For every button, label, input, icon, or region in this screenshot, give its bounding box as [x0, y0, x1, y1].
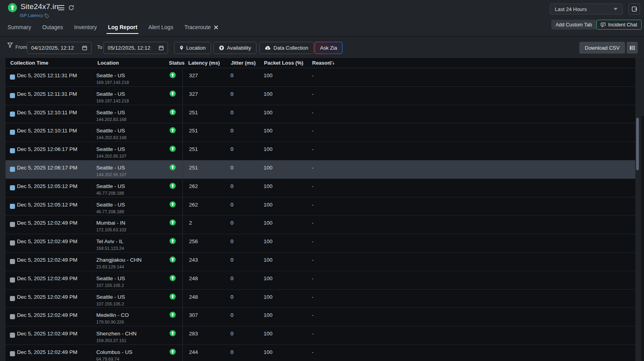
table-row[interactable]: Dec 5, 2025 12:10:11 PM Seattle - US 144… — [6, 105, 635, 124]
status-up-icon — [169, 72, 182, 78]
monitor-type-link[interactable]: ISP Latency — [20, 13, 43, 18]
location-name: Tel Aviv - IL — [96, 238, 169, 245]
latency-value: 251 — [182, 105, 229, 123]
tab-traceroute[interactable]: Traceroute — [184, 24, 218, 30]
reason-value: - — [310, 308, 635, 326]
tab-outages[interactable]: Outages — [42, 24, 63, 30]
location-name: Seattle - US — [96, 91, 169, 97]
status-up-icon — [169, 256, 182, 263]
row-checkbox[interactable] — [10, 74, 15, 80]
row-checkbox[interactable] — [10, 314, 15, 319]
reason-value: - — [310, 345, 635, 361]
reason-sort-filter-icon[interactable] — [329, 61, 335, 65]
download-csv-button[interactable]: Download CSV — [579, 42, 625, 54]
ask-zia-button[interactable]: Ask Zia — [315, 42, 343, 54]
availability-filter-label: Availability — [227, 45, 251, 51]
table-row[interactable]: Dec 5, 2025 12:02:49 PM Zhangjiakou - CH… — [6, 253, 635, 271]
incident-chat-button[interactable]: Incident Chat — [596, 20, 642, 30]
location-name: Medellin - CO — [96, 312, 169, 318]
row-checkbox[interactable] — [10, 333, 15, 338]
table-row[interactable]: Dec 5, 2025 12:02:49 PM Tel Aviv - IL 15… — [6, 234, 635, 253]
manage-columns-button[interactable] — [627, 42, 638, 54]
tag-icon[interactable] — [44, 13, 49, 19]
menu-icon[interactable] — [58, 5, 64, 10]
row-checkbox[interactable] — [10, 351, 15, 356]
status-up-icon — [169, 293, 182, 300]
location-name: Mumbai - IN — [96, 220, 169, 226]
row-checkbox[interactable] — [10, 112, 15, 117]
reason-value: - — [310, 179, 635, 197]
right-edge-strip — [641, 116, 644, 361]
filter-funnel-icon[interactable] — [7, 42, 13, 48]
table-row[interactable]: Dec 5, 2025 12:02:49 PM Seattle - US 107… — [6, 271, 635, 290]
time-range-value: Last 24 Hours — [555, 6, 587, 12]
status-up-icon — [169, 311, 182, 318]
collection-time: Dec 5, 2025 12:02:49 PM — [17, 216, 96, 234]
from-date-input[interactable]: 04/12/2025, 12:12 — [27, 42, 92, 54]
col-collection-time[interactable]: Collection Time — [10, 60, 49, 66]
packet-loss-value: 100 — [262, 160, 310, 179]
tab-log-report[interactable]: Log Report — [108, 24, 137, 30]
location-filter-button[interactable]: Location — [174, 42, 211, 54]
to-date-input[interactable]: 05/12/2025, 12:12 — [103, 42, 168, 54]
location-ip: 169.197.143.218 — [96, 99, 169, 103]
table-row[interactable]: Dec 5, 2025 12:02:49 PM Mumbai - IN 172.… — [6, 216, 635, 234]
row-checkbox[interactable] — [10, 204, 15, 209]
row-checkbox[interactable] — [10, 148, 15, 153]
location-ip: 144.202.83.168 — [96, 117, 169, 122]
status-up-icon — [169, 145, 182, 152]
row-checkbox[interactable] — [10, 185, 15, 190]
calendar-icon[interactable] — [82, 45, 87, 50]
close-tab-icon[interactable] — [214, 25, 218, 30]
col-reason[interactable]: Reason — [312, 60, 331, 66]
table-row[interactable]: Dec 5, 2025 12:02:49 PM Medellin - CO 17… — [6, 308, 635, 326]
table-row[interactable]: Dec 5, 2025 12:02:49 PM Shenzhen - CHN 1… — [6, 326, 635, 345]
calendar-icon[interactable] — [159, 45, 164, 50]
status-up-icon — [169, 109, 182, 115]
availability-filter-button[interactable]: Availability — [213, 42, 256, 54]
row-checkbox[interactable] — [10, 277, 15, 283]
cloud-icon — [265, 46, 271, 50]
table-row[interactable]: Dec 5, 2025 12:02:49 PM Seattle - US 107… — [6, 290, 635, 308]
table-row[interactable]: Dec 5, 2025 12:10:11 PM Seattle - US 144… — [6, 123, 635, 142]
collection-time: Dec 5, 2025 12:10:11 PM — [17, 105, 96, 123]
location-name: Seattle - US — [96, 128, 169, 134]
vertical-scrollbar[interactable] — [636, 118, 639, 170]
table-row[interactable]: Dec 5, 2025 12:06:17 PM Seattle - US 144… — [6, 160, 635, 179]
calendar-switch-button[interactable] — [629, 4, 640, 15]
tab-alert-logs[interactable]: Alert Logs — [148, 24, 173, 30]
packet-loss-value: 100 — [262, 216, 310, 234]
status-up-icon — [169, 90, 182, 97]
col-latency[interactable]: Latency (ms) — [188, 60, 220, 66]
col-location[interactable]: Location — [97, 60, 119, 66]
jitter-value: 0 — [229, 253, 262, 271]
packet-loss-value: 100 — [262, 326, 310, 344]
location-name: Seattle - US — [96, 202, 169, 208]
time-range-dropdown[interactable]: Last 24 Hours — [550, 4, 623, 15]
table-row[interactable]: Dec 5, 2025 12:05:12 PM Seattle - US 45.… — [6, 197, 635, 216]
tab-bar: Summary Outages Inventory Log Report Ale… — [7, 24, 218, 30]
add-custom-tab-button[interactable]: Add Custom Tab — [551, 20, 596, 30]
row-checkbox[interactable] — [10, 296, 15, 301]
reason-value: - — [310, 105, 635, 123]
table-row[interactable]: Dec 5, 2025 12:05:12 PM Seattle - US 45.… — [6, 179, 635, 197]
row-checkbox[interactable] — [10, 167, 15, 172]
row-checkbox[interactable] — [10, 240, 15, 246]
tab-inventory[interactable]: Inventory — [74, 24, 97, 30]
table-row[interactable]: Dec 5, 2025 12:11:31 PM Seattle - US 169… — [6, 68, 635, 87]
refresh-icon[interactable] — [68, 5, 74, 11]
table-row[interactable]: Dec 5, 2025 12:02:49 PM Columbus - US 64… — [6, 345, 635, 361]
location-ip: 144.202.95.107 — [96, 154, 169, 158]
table-row[interactable]: Dec 5, 2025 12:06:17 PM Seattle - US 144… — [6, 142, 635, 160]
col-status[interactable]: Status — [169, 60, 185, 66]
tab-summary[interactable]: Summary — [7, 24, 31, 30]
col-packet-loss[interactable]: Packet Loss (%) — [264, 60, 303, 66]
col-jitter[interactable]: Jitter (ms) — [231, 60, 256, 66]
row-checkbox[interactable] — [10, 222, 15, 227]
row-checkbox[interactable] — [10, 93, 15, 98]
row-checkbox[interactable] — [10, 130, 15, 135]
data-collection-filter-button[interactable]: Data Collection — [259, 42, 314, 54]
row-checkbox[interactable] — [10, 259, 15, 264]
latency-value: 327 — [182, 68, 229, 86]
table-row[interactable]: Dec 5, 2025 12:11:31 PM Seattle - US 169… — [6, 87, 635, 105]
